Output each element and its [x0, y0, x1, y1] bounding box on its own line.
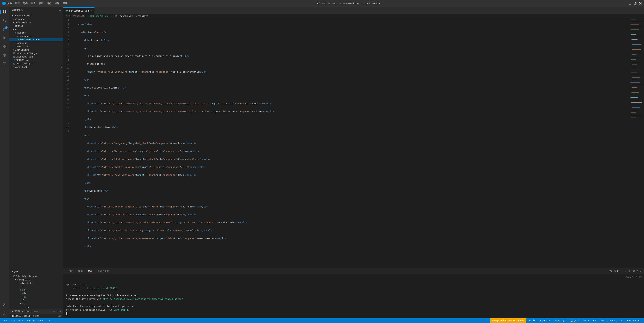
- outline-item-template[interactable]: ▼ ◇ template: [9, 278, 64, 281]
- tree-item-babel[interactable]: {} babel.config.js: [9, 52, 64, 55]
- menu-run[interactable]: 运行: [47, 2, 52, 5]
- timeline-header[interactable]: ▼ 时间线 HelloWorld.vue ⟳ ⟲ ⋯: [9, 309, 64, 314]
- tree-item-yarn-lock[interactable]: ◌ yarn.lock U: [9, 65, 64, 69]
- tree-item-components[interactable]: ▼ components: [9, 35, 64, 38]
- panel-tab-terminal[interactable]: 终端: [85, 268, 95, 274]
- menu-view[interactable]: 查看: [31, 2, 36, 5]
- panel-tab-output[interactable]: 输出: [76, 268, 85, 274]
- tree-item-vue-config[interactable]: {} vue.config.js: [9, 62, 64, 65]
- status-position[interactable]: 行 1, 列 1: [554, 319, 567, 322]
- tree-item-vscode[interactable]: ▶ .vscode: [9, 17, 64, 21]
- menu-bar[interactable]: 文件 编辑 选择 查看 转到 运行 终端 帮助: [7, 2, 67, 5]
- breadcrumb-components[interactable]: components: [72, 15, 86, 17]
- terminal-content[interactable]: 10:40:16 AM App running at: - Local: htt…: [64, 274, 644, 318]
- tree-item-package-json[interactable]: {} package.json: [9, 55, 64, 58]
- timeline-item-commit[interactable]: Initial commit. 杜若烟 1周: [9, 314, 64, 318]
- terminal-dropdown-icon[interactable]: ▾: [621, 270, 622, 272]
- activity-database[interactable]: [1, 60, 8, 67]
- status-errors[interactable]: ⊗ 0 ⚠ 0: [26, 319, 35, 322]
- timeline-more-icon[interactable]: ⋯: [60, 310, 61, 312]
- terminal-line-1: [66, 279, 642, 283]
- code-line-20: <li><a href="https://news.vuejs.org" tar…: [75, 173, 627, 177]
- terminal-trash-icon[interactable]: 🗑: [633, 270, 635, 272]
- terminal-maximize-icon[interactable]: ∧: [637, 270, 638, 272]
- vue-file-dot: [66, 10, 68, 12]
- tree-item-helloworld[interactable]: ◆ HelloWorld.vue: [9, 38, 64, 41]
- timeline-refresh-icon[interactable]: ⟳: [54, 310, 55, 312]
- terminal-split-icon[interactable]: ⫩: [628, 270, 631, 272]
- activity-gitlens[interactable]: [1, 52, 8, 59]
- activity-explorer[interactable]: [1, 8, 8, 16]
- status-formatting[interactable]: Formatting:: [626, 319, 642, 322]
- code-line-13: </ul>: [75, 118, 627, 122]
- minimize-icon[interactable]: 🗕: [629, 2, 632, 5]
- breadcrumb-file[interactable]: HelloWorld.vue: [90, 15, 108, 17]
- status-layout[interactable]: Layout: U.S.: [607, 319, 624, 322]
- close-window-icon[interactable]: 🗙: [639, 2, 642, 5]
- tab-close-icon[interactable]: ×: [90, 9, 92, 12]
- tree-item-public[interactable]: ▶ public: [9, 24, 64, 28]
- outline-header[interactable]: ▼ 大纲: [9, 269, 64, 274]
- tree-item-node-modules[interactable]: ▶ node_modules: [9, 21, 64, 24]
- status-eslint[interactable]: ESLint: [529, 319, 537, 322]
- editor-tab-helloworld[interactable]: HelloWorld.vue ×: [64, 8, 94, 14]
- menu-terminal[interactable]: 终端: [55, 2, 60, 5]
- breadcrumb-template[interactable]: template: [138, 15, 148, 17]
- code-line-5: For a guide and recipes on how to config…: [75, 54, 627, 58]
- code-editor-container[interactable]: 1 2 3 4 5 6 7 8 9 10 11 12 13 14 15 16 1…: [64, 18, 644, 268]
- activity-search[interactable]: [1, 17, 8, 24]
- warning-count: 0: [33, 319, 34, 322]
- outline-item-br[interactable]: ◇ br: [9, 292, 64, 295]
- root-folder-label[interactable]: ▼ REMOTEWORKING: [9, 14, 64, 17]
- panel-tab-debug[interactable]: 调试控制台: [95, 268, 112, 274]
- tree-item-gitignore[interactable]: ◌ .gitignore: [9, 48, 64, 52]
- activity-run[interactable]: [1, 34, 8, 42]
- status-encoding[interactable]: UTF-8: [582, 319, 590, 322]
- tree-item-app-vue[interactable]: ◆ App.vue: [9, 41, 64, 45]
- breadcrumb-json[interactable]: HelloWorld.vue: [114, 15, 133, 17]
- outline-item-h1[interactable]: ◇ h1: [9, 285, 64, 288]
- timeline-filter-icon[interactable]: ⟲: [56, 310, 58, 312]
- terminal-close-icon[interactable]: ×: [640, 270, 642, 272]
- outline-item-p[interactable]: ▼ ◇ p: [9, 288, 64, 292]
- code-line-9: <h3>Installed CLI Plugins</h3>: [75, 86, 627, 90]
- outline-item-li[interactable]: ▼ ◇ li: [9, 305, 64, 309]
- activity-extensions[interactable]: [1, 43, 8, 50]
- outline-item-ul[interactable]: ▼ ◇ ul: [9, 302, 64, 305]
- menu-help[interactable]: 帮助: [63, 2, 67, 5]
- status-branch[interactable]: ⎇ master*: [2, 319, 16, 322]
- terminal-new-icon[interactable]: ＋: [624, 269, 626, 273]
- terminal-line-5: It seems you are running Vue CLI inside …: [66, 294, 642, 297]
- sidebar-more-icon[interactable]: ⋯: [59, 9, 61, 12]
- panel-tab-problems[interactable]: 问题: [66, 268, 76, 274]
- outline-item-a[interactable]: ◇ a: [9, 295, 64, 298]
- code-content[interactable]: <template> <div class="hello"> <h1>{{ ms…: [73, 18, 630, 268]
- status-language[interactable]: Vue: [599, 319, 604, 322]
- menu-select[interactable]: 选择: [23, 2, 28, 5]
- outline-item-file[interactable]: {} "HelloWorld.vue": [9, 274, 64, 278]
- tree-item-readme[interactable]: MD README.md: [9, 58, 64, 62]
- status-spaces[interactable]: 空格: 2: [570, 319, 580, 322]
- timeline-icons[interactable]: ⟳ ⟲ ⋯: [54, 310, 61, 312]
- activity-settings[interactable]: [1, 310, 8, 317]
- tree-item-assets[interactable]: ▶ assets: [9, 31, 64, 35]
- status-sync[interactable]: ⟳ CL: [18, 319, 24, 322]
- menu-edit[interactable]: 编辑: [15, 2, 20, 5]
- activity-source-control[interactable]: 1: [1, 26, 8, 33]
- tree-item-main-js[interactable]: JS main.js: [9, 45, 64, 48]
- breadcrumb-src[interactable]: src: [66, 15, 70, 17]
- status-setup-codelingo[interactable]: Setup CodeLingo Notebooks: [490, 318, 526, 323]
- code-line-12: <li><a href="https://github.com/vuejs/vu…: [75, 110, 627, 114]
- status-prettier[interactable]: Prettier: [539, 319, 551, 322]
- outline-item-h3[interactable]: ◇ h3: [9, 298, 64, 302]
- outline-item-div-hello[interactable]: ▼ ◈ div.hello: [9, 281, 64, 285]
- status-tabnine[interactable]: tabnine ✓: [38, 319, 50, 322]
- menu-file[interactable]: 文件: [7, 2, 12, 5]
- maximize-icon[interactable]: 🗗: [634, 2, 637, 5]
- menu-goto[interactable]: 转到: [39, 2, 44, 5]
- status-line-ending[interactable]: LF: [592, 319, 596, 322]
- tree-item-src[interactable]: ▼ src: [9, 28, 64, 31]
- activity-account[interactable]: [1, 301, 8, 308]
- title-bar-controls[interactable]: 🗕 🗗 🗙: [629, 2, 642, 5]
- terminal-line-7: [66, 301, 642, 304]
